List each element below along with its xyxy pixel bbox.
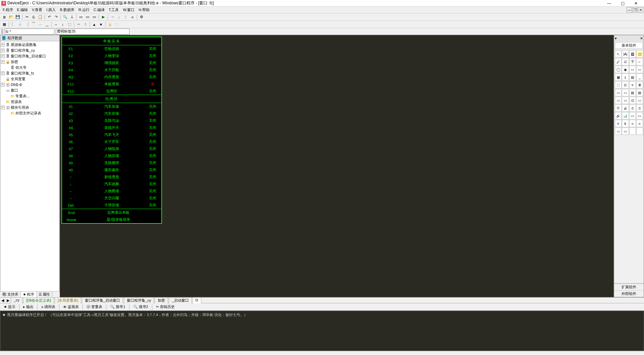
grip-icon[interactable] bbox=[1, 29, 3, 34]
findnext-icon[interactable]: ⤓ bbox=[69, 14, 75, 20]
minimize-button[interactable]: — bbox=[602, 0, 616, 7]
menu-insert[interactable]: I.插入 bbox=[44, 7, 58, 13]
mdi-minimize[interactable]: — bbox=[627, 7, 632, 12]
tab-next-icon[interactable]: ▶ bbox=[5, 298, 11, 303]
tree-node[interactable]: +模块引用表 bbox=[1, 105, 59, 110]
maximize-button[interactable]: ▢ bbox=[616, 0, 629, 7]
redo-icon[interactable]: ↷ bbox=[53, 14, 59, 20]
feature-row[interactable]: Del子弹穿墙关闭 bbox=[62, 202, 161, 209]
output-console[interactable]: ★黑月重编译程序已开启！ （可以在菜单中选择“工具->黑月工具”修改设置。黑月版… bbox=[0, 311, 644, 351]
align-left-icon[interactable]: ▏ bbox=[10, 21, 16, 28]
align-mid-icon[interactable]: ─ bbox=[37, 21, 43, 28]
feature-row[interactable]: Home显/隐单板菜单 bbox=[62, 216, 161, 223]
palette-item[interactable]: ☑ bbox=[622, 58, 629, 65]
palette-item[interactable]: ≡ bbox=[629, 81, 636, 89]
doc-tab[interactable]: _cy bbox=[11, 297, 22, 303]
palette-item[interactable]: 📊 bbox=[622, 112, 629, 119]
mdi-restore[interactable]: ❐ bbox=[632, 7, 638, 12]
doc-tab[interactable]: [Dll命令定义表] bbox=[23, 297, 54, 303]
feature-row[interactable]: #9无限榴弹关闭 bbox=[62, 159, 161, 166]
palette-item[interactable] bbox=[636, 128, 643, 135]
palette-item[interactable]: ▭ bbox=[615, 128, 622, 135]
palette-item[interactable]: ⏸ bbox=[622, 120, 629, 127]
menu-view[interactable]: V.查看 bbox=[30, 7, 44, 13]
align-right-icon[interactable]: ▕ bbox=[24, 21, 30, 28]
tree-node[interactable]: 资源表 bbox=[1, 99, 59, 105]
out-tab-s1[interactable]: 🔍 搜寻1 bbox=[108, 303, 127, 310]
palette-item[interactable]: ▭ bbox=[636, 112, 643, 119]
doc-tab[interactable]: 窗口程序集_cy bbox=[124, 297, 154, 303]
out-tab-call[interactable]: ≡ 调用表 bbox=[39, 303, 58, 310]
run-icon[interactable]: ▶ bbox=[100, 14, 106, 20]
palette-item[interactable]: ▭ bbox=[622, 97, 629, 104]
feature-row[interactable]: #4直线升天关闭 bbox=[62, 124, 161, 131]
feature-row[interactable]: #6水下开车关闭 bbox=[62, 138, 161, 145]
palette-item[interactable]: ▭ bbox=[629, 66, 636, 73]
tree-node[interactable]: +窗口程序集_cy bbox=[1, 48, 59, 53]
stop-icon[interactable]: ■ bbox=[129, 14, 136, 20]
menu-tools[interactable]: T.工具 bbox=[107, 7, 121, 13]
tree-node[interactable]: 你大爷 bbox=[1, 65, 59, 70]
feature-row[interactable]: ↓汽车跳舞关闭 bbox=[62, 181, 161, 188]
palette-item[interactable]: ⎯ bbox=[636, 73, 643, 81]
stepout-icon[interactable]: ⤴ bbox=[123, 14, 129, 20]
menu-run[interactable]: R.运行 bbox=[76, 7, 92, 13]
designer-canvas[interactable]: 单板实名 F1空格连跳关闭F2人物变绿关闭F3增强跳跃关闭F4水下开船关闭#Q内… bbox=[60, 35, 614, 297]
tab-prev-icon[interactable]: ◀ bbox=[0, 298, 5, 303]
out-tab-output[interactable]: ▸ 输出 bbox=[21, 303, 36, 310]
feature-row[interactable]: F4水下开船关闭 bbox=[62, 66, 161, 73]
palette-close-icon[interactable]: ✕ bbox=[640, 36, 643, 41]
expand-icon[interactable]: + bbox=[1, 49, 5, 52]
new-icon[interactable]: 🗎 bbox=[1, 14, 7, 20]
menu-help[interactable]: H.帮助 bbox=[137, 7, 152, 13]
palette-item[interactable]: ⎙ bbox=[636, 104, 643, 112]
feature-row[interactable]: F2人物变绿关闭 bbox=[62, 52, 161, 59]
out-tab-var[interactable]: ⓥ 变量表 bbox=[84, 303, 105, 310]
expand-icon[interactable]: + bbox=[1, 83, 5, 87]
expand-icon[interactable]: + bbox=[1, 43, 5, 47]
left-tab-program[interactable]: ★程序 bbox=[21, 292, 37, 297]
palette-item[interactable]: ⎋ bbox=[629, 120, 636, 127]
object-combo[interactable] bbox=[5, 29, 54, 35]
left-tab-props[interactable]: ☰属性 bbox=[37, 292, 52, 297]
menu-database[interactable]: B.数据库 bbox=[58, 7, 76, 13]
vspace-icon[interactable]: ⇕ bbox=[82, 21, 88, 28]
tree-node[interactable]: +Dll命令 bbox=[1, 82, 59, 88]
palette-item[interactable]: ⎋ bbox=[636, 120, 643, 127]
palette-item[interactable]: ▤ bbox=[629, 89, 636, 96]
palette-item[interactable]: ▭ bbox=[622, 89, 629, 96]
palette-item[interactable]: ⊡ bbox=[629, 97, 636, 104]
palette-item[interactable]: ▤ bbox=[629, 73, 636, 81]
feature-row[interactable]: ↑射线透视关闭 bbox=[62, 173, 161, 181]
palette-item[interactable]: |A| bbox=[622, 50, 629, 58]
feature-row[interactable]: #1汽车加速关闭 bbox=[62, 103, 161, 110]
toggle3-icon[interactable]: ▭ bbox=[91, 14, 97, 20]
out-tab-clip[interactable]: ✂ 剪辑历史 bbox=[154, 303, 177, 310]
palette-item[interactable]: 🔊 bbox=[615, 112, 622, 119]
doc-tab[interactable]: _启动窗口 bbox=[169, 297, 192, 303]
doc-tab[interactable]: [全局变量表] bbox=[55, 297, 81, 303]
expand-icon[interactable]: + bbox=[1, 71, 5, 75]
toggle1-icon[interactable]: ▭ bbox=[78, 14, 84, 20]
close-button[interactable]: ✕ bbox=[629, 0, 643, 7]
palette-item[interactable]: ▭ bbox=[615, 97, 622, 104]
palette-item[interactable]: ▭ bbox=[636, 97, 643, 104]
tree-node[interactable]: 外部文件记录表 bbox=[1, 110, 59, 116]
palette-item[interactable]: ▤ bbox=[636, 89, 643, 96]
palette-item[interactable]: ⬚ bbox=[615, 81, 622, 89]
lock-icon[interactable]: 🔒 bbox=[107, 21, 113, 28]
feature-row[interactable]: #Q内存透视关闭 bbox=[62, 73, 161, 81]
group-icon[interactable]: ⬚ bbox=[114, 21, 120, 28]
palette-item[interactable]: ≡ bbox=[615, 120, 622, 127]
palette-item[interactable]: ▭ bbox=[615, 89, 622, 96]
tree-node[interactable]: +窗口程序集_启动窗口 bbox=[1, 53, 59, 59]
palette-item[interactable]: ⎙ bbox=[629, 104, 636, 112]
palette-item[interactable]: ≣ bbox=[636, 81, 643, 89]
palette-item[interactable]: ◯ bbox=[615, 66, 622, 73]
palette-item[interactable]: ⌐ bbox=[636, 58, 643, 65]
feature-row[interactable]: #2汽车穿墙关闭 bbox=[62, 110, 161, 117]
tree-node[interactable]: +易游验证函数集 bbox=[1, 42, 59, 48]
tree-node[interactable]: 全局变量 bbox=[1, 76, 59, 82]
doc-tab[interactable]: fz bbox=[193, 297, 202, 303]
palette-tab-basic[interactable]: 基本组件 bbox=[615, 42, 643, 49]
